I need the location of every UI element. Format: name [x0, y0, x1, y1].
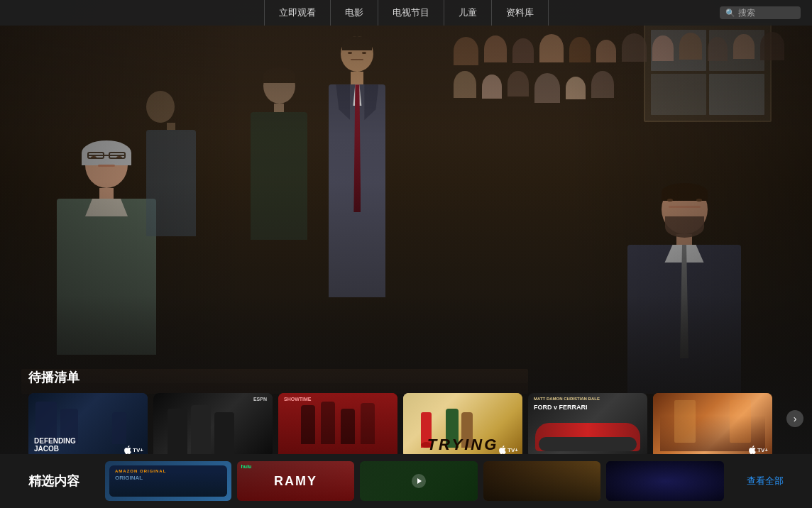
playlist-row: DEFENDING JACOB TV+ ESPN: [0, 393, 812, 458]
nav-items: 立即观看 电影 电视节目 儿童 资料库: [0, 0, 812, 26]
apple-icon-trying: [499, 446, 506, 454]
nav-item-watch-now[interactable]: 立即观看: [264, 0, 331, 26]
nav-item-kids[interactable]: 儿童: [444, 0, 492, 26]
search-icon: 🔍: [725, 9, 735, 18]
card-trying-text: TryInG: [427, 436, 499, 453]
playlist-card-billions[interactable]: SHOWTIME BILLIONS: [278, 393, 397, 458]
playlist-card-home[interactable]: HOME TV+: [653, 393, 772, 458]
nav-item-movies[interactable]: 电影: [331, 0, 378, 26]
search-input[interactable]: [738, 8, 795, 18]
scroll-right-indicator[interactable]: ›: [786, 410, 803, 427]
playlist-card-defending-jacob[interactable]: DEFENDING JACOB TV+: [28, 393, 148, 458]
nav-item-tv-shows[interactable]: 电视节目: [378, 0, 444, 26]
nav-right-controls: 🔍: [720, 6, 801, 19]
apple-icon: [124, 446, 131, 454]
featured-card-4[interactable]: [483, 461, 601, 501]
appletv-text: TV+: [133, 447, 143, 453]
card-defending-jacob-text: DEFENDING JACOB: [34, 437, 76, 453]
appletv-text-home: TV+: [757, 447, 768, 453]
playlist-card-trying[interactable]: TryInG TV+: [403, 393, 522, 458]
appletv-badge-home: TV+: [749, 446, 768, 454]
appletv-badge-trying: TV+: [499, 446, 518, 454]
featured-section: 精选内容 AMAZON ORIGINAL ORIGINAL RAMY hulu: [0, 454, 812, 508]
featured-card-3[interactable]: [360, 461, 478, 501]
search-box[interactable]: 🔍: [720, 6, 801, 19]
featured-label: 精选内容: [28, 473, 79, 490]
hulu-badge: hulu: [241, 464, 252, 469]
appletv-text-trying: TV+: [508, 447, 518, 453]
appletv-badge-defending: TV+: [124, 446, 143, 454]
top-navigation: 立即观看 电影 电视节目 儿童 资料库 🔍: [0, 0, 812, 26]
apple-icon-home: [749, 446, 756, 454]
featured-card-5[interactable]: [606, 461, 724, 501]
see-all-button[interactable]: 查看全部: [747, 475, 784, 487]
playlist-card-last-dance[interactable]: ESPN THE LAST DANCE: [153, 393, 273, 458]
featured-row: AMAZON ORIGINAL ORIGINAL RAMY hulu: [105, 461, 724, 501]
nav-item-library[interactable]: 资料库: [492, 0, 549, 26]
featured-card-amazon[interactable]: AMAZON ORIGINAL ORIGINAL: [105, 461, 231, 501]
playlist-label: 待播清单: [0, 369, 812, 393]
playlist-section: 待播清单 DEFENDING JACOB TV+: [0, 369, 812, 458]
ramy-title: RAMY: [274, 474, 317, 489]
featured-card-ramy[interactable]: RAMY hulu: [237, 461, 355, 501]
playlist-card-ferrari[interactable]: MATT DAMON CHRISTIAN BALE FORD v FERRARI: [528, 393, 647, 458]
